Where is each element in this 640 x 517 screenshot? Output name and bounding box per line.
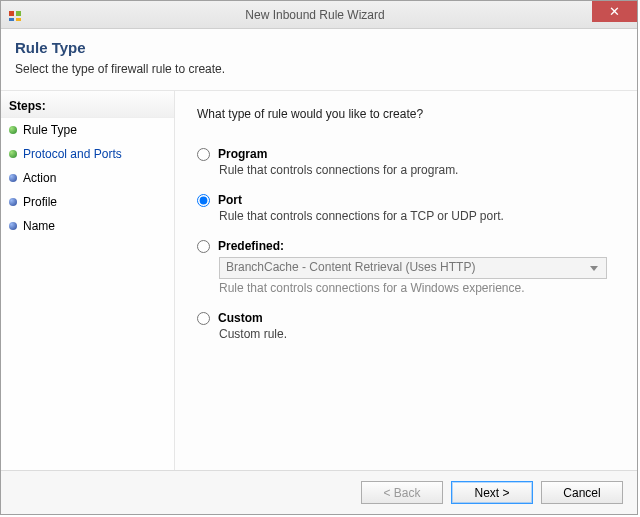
page-description: Select the type of firewall rule to crea… (15, 62, 623, 76)
cancel-button[interactable]: Cancel (541, 481, 623, 504)
step-label: Action (23, 171, 56, 185)
bullet-icon (9, 198, 17, 206)
radio-predefined[interactable] (197, 240, 210, 253)
option-program-desc: Rule that controls connections for a pro… (219, 163, 617, 177)
option-port-desc: Rule that controls connections for a TCP… (219, 209, 617, 223)
step-rule-type[interactable]: Rule Type (1, 118, 174, 142)
bullet-icon (9, 174, 17, 182)
step-label: Rule Type (23, 123, 77, 137)
content-pane: What type of rule would you like to crea… (175, 91, 637, 479)
back-button[interactable]: < Back (361, 481, 443, 504)
option-predefined-desc: Rule that controls connections for a Win… (219, 281, 617, 295)
steps-header: Steps: (1, 91, 174, 118)
bullet-icon (9, 126, 17, 134)
step-action[interactable]: Action (1, 166, 174, 190)
app-icon (7, 7, 23, 23)
option-predefined-row[interactable]: Predefined: (197, 239, 617, 253)
radio-port[interactable] (197, 194, 210, 207)
svg-rect-0 (9, 11, 14, 16)
header-area: Rule Type Select the type of firewall ru… (1, 29, 637, 90)
close-icon: ✕ (609, 4, 620, 19)
step-profile[interactable]: Profile (1, 190, 174, 214)
step-name[interactable]: Name (1, 214, 174, 238)
titlebar: New Inbound Rule Wizard ✕ (1, 1, 637, 29)
bullet-icon (9, 150, 17, 158)
svg-rect-1 (16, 11, 21, 16)
option-custom-label: Custom (218, 311, 263, 325)
footer: < Back Next > Cancel (1, 470, 637, 514)
svg-rect-2 (9, 18, 14, 21)
body-area: Steps: Rule Type Protocol and Ports Acti… (1, 90, 637, 479)
wizard-window: New Inbound Rule Wizard ✕ Rule Type Sele… (0, 0, 638, 515)
step-label: Name (23, 219, 55, 233)
option-port-row[interactable]: Port (197, 193, 617, 207)
predefined-select-value: BranchCache - Content Retrieval (Uses HT… (226, 260, 475, 274)
option-predefined-label: Predefined: (218, 239, 284, 253)
option-custom-row[interactable]: Custom (197, 311, 617, 325)
close-button[interactable]: ✕ (592, 1, 637, 22)
option-predefined: Predefined: BranchCache - Content Retrie… (197, 239, 617, 295)
step-label: Profile (23, 195, 57, 209)
option-custom: Custom Custom rule. (197, 311, 617, 341)
page-title: Rule Type (15, 39, 623, 56)
predefined-select[interactable]: BranchCache - Content Retrieval (Uses HT… (219, 257, 607, 279)
prompt-text: What type of rule would you like to crea… (197, 107, 617, 121)
option-program-label: Program (218, 147, 267, 161)
option-custom-desc: Custom rule. (219, 327, 617, 341)
bullet-icon (9, 222, 17, 230)
sidebar: Steps: Rule Type Protocol and Ports Acti… (1, 91, 175, 479)
step-protocol-and-ports[interactable]: Protocol and Ports (1, 142, 174, 166)
radio-program[interactable] (197, 148, 210, 161)
option-program-row[interactable]: Program (197, 147, 617, 161)
next-button[interactable]: Next > (451, 481, 533, 504)
option-port: Port Rule that controls connections for … (197, 193, 617, 223)
step-label: Protocol and Ports (23, 147, 122, 161)
option-port-label: Port (218, 193, 242, 207)
radio-custom[interactable] (197, 312, 210, 325)
option-program: Program Rule that controls connections f… (197, 147, 617, 177)
window-title: New Inbound Rule Wizard (23, 8, 637, 22)
svg-rect-3 (16, 18, 21, 21)
